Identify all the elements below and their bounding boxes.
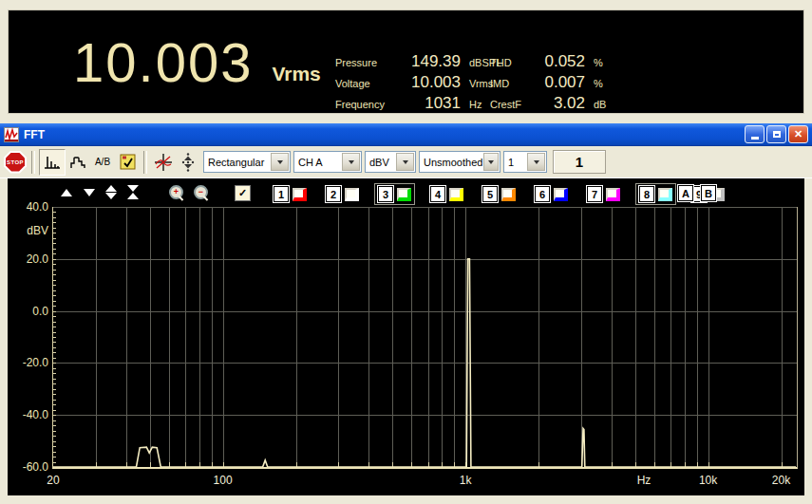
curve-number: 4 [430, 186, 445, 202]
main-reading: 10.003 Vrms [73, 35, 321, 90]
graph-panel: + − ✓ 123456789 AB 40.020.00.0-20.0-40.0… [8, 178, 804, 495]
chevron-down-icon [342, 153, 360, 171]
measurement-value: 10.003 [398, 73, 461, 92]
memory-button-A[interactable]: A [678, 185, 693, 201]
ab-compare-icon: A/B [95, 157, 110, 167]
main-reading-unit: Vrms [272, 63, 320, 85]
measurement-value: 0.052 [532, 52, 585, 71]
curve-color-swatch [606, 188, 620, 201]
curve-button-3[interactable]: 3 [374, 183, 415, 205]
spectrum-trace [53, 207, 797, 467]
x-tick-label: 100 [214, 474, 233, 487]
zoom-in-button[interactable]: + [169, 185, 184, 200]
curve-number: 1 [274, 186, 289, 202]
curve-color-swatch [293, 188, 307, 201]
measurement-unit: dB [585, 99, 606, 110]
y-unit-select[interactable]: dBV [365, 151, 416, 173]
measurement-row: CrestF3.02dB [490, 94, 606, 115]
close-button[interactable]: ✕ [788, 125, 808, 143]
curve-button-1[interactable]: 1 [270, 183, 311, 205]
y-tick-label: -40.0 [9, 408, 48, 421]
averaging-select[interactable]: 1 [503, 151, 547, 173]
measurement-value: 1031 [398, 94, 461, 113]
shift-up-button[interactable] [61, 189, 72, 196]
curve-button-2[interactable]: 2 [322, 183, 363, 205]
curve-buttons-row: 123456789 [270, 183, 728, 205]
curve-button-5[interactable]: 5 [479, 183, 519, 205]
histogram-view-button[interactable] [66, 150, 90, 175]
measurement-row: Frequency1031Hz [335, 94, 501, 115]
curve-button-6[interactable]: 6 [531, 183, 572, 205]
spectrum-plot[interactable] [52, 207, 798, 469]
measurement-display-panel: 10.003 Vrms Pressure149.39dBSPLVoltage10… [8, 9, 804, 114]
spectrum-view-button[interactable] [39, 149, 66, 176]
curve-button-8[interactable]: 8 [635, 183, 676, 205]
app-root: 10.003 Vrms Pressure149.39dBSPLVoltage10… [0, 0, 812, 504]
minimize-button[interactable] [745, 125, 765, 143]
curve-color-swatch [397, 188, 411, 201]
curve-color-swatch [658, 188, 672, 201]
smoothing-select[interactable]: Unsmoothed [419, 151, 500, 173]
chevron-down-icon [271, 153, 289, 171]
main-reading-value: 10.003 [73, 35, 253, 90]
measurement-row: Voltage10.003Vrms [335, 73, 501, 94]
spectrum-bars-icon [44, 155, 61, 170]
curve-number: 2 [326, 186, 341, 202]
curve-number: 3 [378, 186, 393, 202]
fft-app-icon [4, 127, 19, 142]
measurement-row: Pressure149.39dBSPL [335, 52, 501, 73]
measurement-label: Pressure [335, 57, 398, 68]
time-record-button[interactable] [151, 150, 176, 175]
x-tick-label: 1k [460, 474, 472, 487]
toolbar-separator [31, 151, 35, 174]
toolbar-separator [143, 151, 147, 174]
zoom-out-button[interactable]: − [194, 185, 209, 200]
window-function-select[interactable]: Rectangular [203, 151, 291, 173]
y-axis-unit-label: dBV [9, 224, 48, 237]
shift-down-button[interactable] [84, 189, 95, 196]
curve-number: 7 [587, 186, 602, 202]
fft-titlebar[interactable]: FFT ✕ [0, 123, 812, 146]
measurement-value: 0.007 [532, 73, 585, 92]
maximize-button[interactable] [766, 125, 786, 143]
measurement-row: THD0.052% [490, 52, 606, 73]
y-tick-label: 20.0 [9, 252, 48, 266]
y-tick-label: -60.0 [9, 460, 48, 474]
fit-range-button[interactable] [176, 150, 200, 175]
y-tick-label: 0.0 [9, 305, 48, 318]
measurement-row: IMD0.007% [490, 73, 606, 94]
curve-button-4[interactable]: 4 [426, 183, 467, 205]
measurement-label: CrestF [490, 99, 532, 110]
chevron-down-icon [527, 153, 545, 171]
time-record-icon [153, 152, 174, 173]
curve-color-swatch [554, 188, 568, 201]
measurement-label: IMD [490, 78, 532, 89]
curve-color-swatch [449, 188, 463, 201]
compress-range-button[interactable] [127, 185, 139, 199]
x-tick-label: 20k [772, 474, 790, 487]
overlay-checkbox[interactable]: ✓ [235, 185, 251, 201]
measurement-unit: Hz [461, 99, 482, 110]
notes-check-icon [120, 154, 136, 170]
curve-number: 5 [482, 186, 498, 202]
curve-number: 6 [535, 186, 550, 202]
notes-button[interactable] [115, 150, 140, 175]
ab-compare-button[interactable]: A/B [90, 150, 115, 175]
curve-color-swatch [345, 188, 359, 201]
window-title: FFT [24, 128, 743, 141]
channel-select[interactable]: CH A [293, 151, 362, 173]
stop-button[interactable]: STOP [3, 150, 28, 175]
memory-button-B[interactable]: B [701, 185, 716, 201]
measurement-group-right: THD0.052%IMD0.007%CrestF3.02dB [490, 52, 606, 115]
y-tick-label: 40.0 [9, 200, 48, 214]
y-tick-label: -20.0 [9, 356, 48, 369]
measurement-label: Frequency [335, 99, 398, 110]
curve-number: 8 [639, 186, 654, 202]
curve-button-7[interactable]: 7 [583, 183, 624, 205]
measurement-value: 149.39 [398, 52, 461, 71]
fit-range-icon [178, 152, 198, 173]
curve-color-swatch [501, 188, 516, 201]
expand-range-button[interactable] [105, 185, 117, 199]
x-tick-label: 20 [47, 474, 59, 487]
histogram-outline-icon [69, 155, 86, 170]
